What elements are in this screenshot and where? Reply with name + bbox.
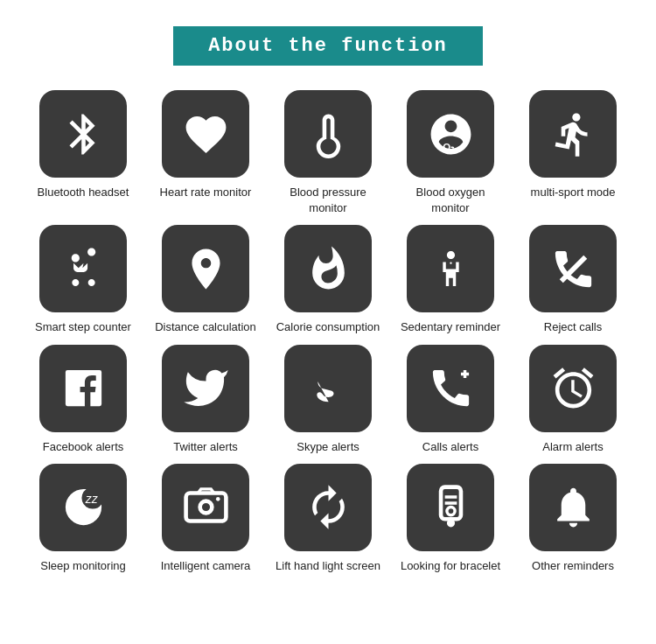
feature-cell-twitter-alerts: Twitter alerts [153, 345, 258, 455]
feature-cell-smart-step-counter: Smart step counter [31, 225, 136, 335]
calorie-consumption-label: Calorie consumption [276, 319, 380, 335]
blood-oxygen-monitor-label: Blood oxygen monitor [398, 185, 503, 216]
sleep-monitoring-icon-box: zz [39, 464, 127, 551]
lift-hand-light-screen-label: Lift hand light screen [276, 558, 380, 574]
distance-calculation-icon-box [162, 225, 249, 312]
calls-alerts-icon-box [407, 345, 494, 432]
feature-cell-alarm-alerts: Alarm alerts [520, 345, 625, 455]
feature-cell-distance-calculation: Distance calculation [153, 225, 258, 335]
bluetooth-headset-label: Bluetooth headset [38, 185, 129, 200]
svg-point-9 [446, 508, 454, 515]
svg-point-7 [215, 497, 220, 501]
svg-point-6 [199, 501, 212, 514]
looking-for-bracelet-label: Looking for bracelet [401, 558, 500, 574]
heart-rate-monitor-label: Heart rate monitor [160, 185, 252, 200]
facebook-alerts-icon-box [39, 345, 127, 432]
reject-calls-label: Reject calls [544, 319, 602, 335]
feature-cell-multi-sport-mode: multi-sport mode [520, 90, 625, 216]
skype-alerts-icon-box [284, 345, 372, 432]
feature-cell-intelligent-camera: Intelligent camera [153, 464, 258, 574]
feature-cell-sedentary-reminder: Sedentary reminder [398, 225, 503, 335]
alarm-alerts-label: Alarm alerts [542, 439, 603, 455]
blood-pressure-monitor-icon-box [284, 90, 372, 178]
smart-step-counter-icon-box [39, 225, 127, 312]
skype-alerts-label: Skype alerts [297, 439, 359, 455]
reject-calls-icon-box [529, 225, 617, 312]
blood-oxygen-monitor-icon-box: O₂ [407, 90, 494, 178]
other-reminders-icon-box [529, 464, 617, 551]
sedentary-reminder-icon-box [407, 225, 494, 312]
title-banner: About the function [173, 26, 483, 66]
feature-cell-calorie-consumption: Calorie consumption [276, 225, 380, 335]
intelligent-camera-icon-box [162, 464, 249, 551]
svg-text:zz: zz [84, 493, 97, 506]
facebook-alerts-label: Facebook alerts [43, 439, 124, 455]
feature-cell-heart-rate-monitor: Heart rate monitor [153, 90, 258, 216]
sedentary-reminder-label: Sedentary reminder [401, 319, 500, 335]
bluetooth-headset-icon-box [39, 90, 127, 178]
calls-alerts-label: Calls alerts [422, 439, 478, 455]
other-reminders-label: Other reminders [532, 558, 614, 574]
feature-cell-sleep-monitoring: zzSleep monitoring [31, 464, 136, 574]
feature-cell-looking-for-bracelet: Looking for bracelet [398, 464, 503, 574]
lift-hand-light-screen-icon-box [284, 464, 372, 551]
feature-cell-facebook-alerts: Facebook alerts [31, 345, 136, 455]
feature-cell-skype-alerts: Skype alerts [276, 345, 380, 455]
feature-cell-reject-calls: Reject calls [520, 225, 625, 335]
multi-sport-mode-icon-box [529, 90, 617, 178]
feature-cell-lift-hand-light-screen: Lift hand light screen [276, 464, 380, 574]
twitter-alerts-icon-box [162, 345, 249, 432]
feature-cell-calls-alerts: Calls alerts [398, 345, 503, 455]
looking-for-bracelet-icon-box [407, 464, 494, 551]
calorie-consumption-icon-box [284, 225, 372, 312]
feature-cell-blood-oxygen-monitor: O₂Blood oxygen monitor [398, 90, 503, 216]
blood-pressure-monitor-label: Blood pressure monitor [276, 185, 380, 216]
svg-rect-5 [185, 494, 226, 522]
feature-cell-bluetooth-headset: Bluetooth headset [31, 90, 136, 216]
sleep-monitoring-label: Sleep monitoring [40, 558, 126, 574]
intelligent-camera-label: Intelligent camera [161, 558, 251, 574]
feature-cell-blood-pressure-monitor: Blood pressure monitor [276, 90, 380, 216]
heart-rate-monitor-icon-box [162, 90, 249, 178]
features-grid: Bluetooth headsetHeart rate monitorBlood… [31, 90, 625, 574]
alarm-alerts-icon-box [529, 345, 617, 432]
svg-point-10 [446, 520, 454, 528]
twitter-alerts-label: Twitter alerts [173, 439, 238, 455]
svg-text:O₂: O₂ [443, 141, 455, 151]
feature-cell-other-reminders: Other reminders [520, 464, 625, 574]
distance-calculation-label: Distance calculation [155, 319, 256, 335]
multi-sport-mode-label: multi-sport mode [531, 185, 616, 200]
smart-step-counter-label: Smart step counter [35, 319, 131, 335]
